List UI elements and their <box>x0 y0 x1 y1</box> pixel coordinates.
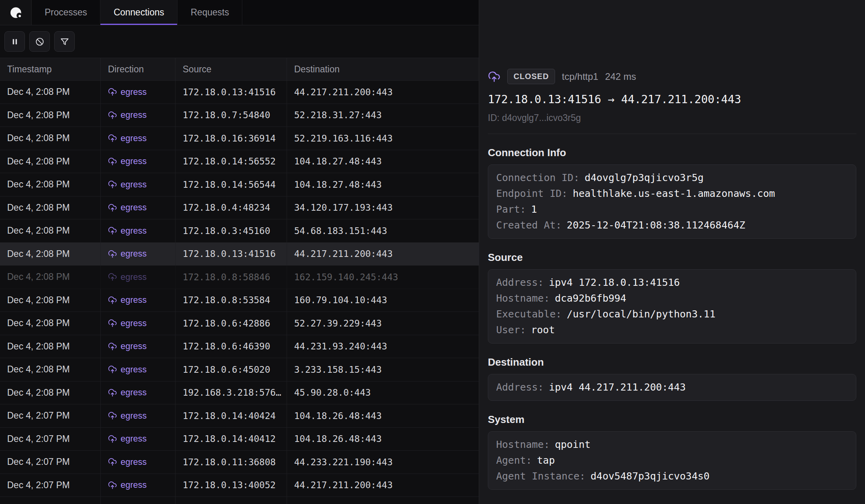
column-header[interactable]: Destination <box>287 58 479 80</box>
table-row[interactable]: Dec 4, 2:07 PM egress 172.18.0.7:51430 5… <box>0 497 479 504</box>
section-box: Address:ipv4 44.217.211.200:443 <box>488 374 856 401</box>
detail-status-row: CLOSED tcp/http1 242 ms <box>488 69 856 84</box>
tab[interactable]: Processes <box>32 0 100 25</box>
table-row[interactable]: Dec 4, 2:07 PM egress 172.18.0.13:40052 … <box>0 474 479 497</box>
table-row[interactable]: Dec 4, 2:08 PM egress 172.18.0.8:53584 1… <box>0 289 479 312</box>
detail-field: Created At:2025-12-04T21:08:38.112468464… <box>496 217 848 233</box>
cell-destination: 52.27.39.229:443 <box>287 312 479 335</box>
app-root: Processes Connections Requests <box>0 0 865 504</box>
table-row[interactable]: Dec 4, 2:08 PM egress 172.18.0.6:45020 3… <box>0 358 479 381</box>
egress-cloud-upload-icon <box>108 111 117 120</box>
direction-label: egress <box>121 133 147 143</box>
cell-direction: egress <box>101 266 176 289</box>
protocol-label: tcp/http1 <box>562 71 598 82</box>
direction-label: egress <box>121 480 147 490</box>
cell-timestamp: Dec 4, 2:08 PM <box>0 127 101 150</box>
cell-destination: 104.18.27.48:443 <box>287 150 479 173</box>
cell-destination: 54.68.183.151:443 <box>287 219 479 242</box>
app-logo[interactable] <box>0 0 32 25</box>
filter-button[interactable] <box>54 31 75 52</box>
cell-timestamp: Dec 4, 2:08 PM <box>0 335 101 358</box>
table-row[interactable]: Dec 4, 2:08 PM egress 192.168.3.218:576…… <box>0 381 479 405</box>
section-box: Address:ipv4 172.18.0.13:41516 Hostname:… <box>488 269 856 344</box>
table-row[interactable]: Dec 4, 2:07 PM egress 172.18.0.11:36808 … <box>0 451 479 474</box>
egress-cloud-upload-icon <box>108 296 117 305</box>
detail-section: Connection Info Connection ID:d4ovglg7p3… <box>488 147 856 239</box>
table-row[interactable]: Dec 4, 2:08 PM egress 172.18.0.6:42886 5… <box>0 312 479 335</box>
egress-cloud-upload-icon <box>108 434 117 444</box>
cell-timestamp: Dec 4, 2:07 PM <box>0 428 101 451</box>
toolbar <box>0 25 479 58</box>
egress-cloud-upload-icon <box>108 272 117 281</box>
cell-direction: egress <box>101 289 176 312</box>
detail-field: Part:1 <box>496 202 848 217</box>
table-row[interactable]: Dec 4, 2:08 PM egress 172.18.0.6:46390 4… <box>0 335 479 359</box>
pause-button[interactable] <box>4 31 25 52</box>
detail-field: Connection ID:d4ovglg7p3qjicvo3r5g <box>496 170 848 186</box>
cell-direction: egress <box>101 428 176 451</box>
table-row[interactable]: Dec 4, 2:08 PM egress 172.18.0.13:41516 … <box>0 243 479 266</box>
table-header: Timestamp Direction Source Destination <box>0 58 479 81</box>
cell-direction: egress <box>101 497 176 504</box>
table-row[interactable]: Dec 4, 2:08 PM egress 172.18.0.14:56544 … <box>0 173 479 196</box>
table-body: Dec 4, 2:08 PM egress 172.18.0.13:41516 … <box>0 81 479 504</box>
cell-destination: 44.231.93.240:443 <box>287 335 479 358</box>
table-row[interactable]: Dec 4, 2:08 PM egress 172.18.0.16:36914 … <box>0 127 479 150</box>
detail-section: System Hostname:qpoint Agent:tap <box>488 413 856 490</box>
detail-field: Address:ipv4 44.217.211.200:443 <box>496 379 848 395</box>
egress-cloud-upload-icon <box>108 134 117 143</box>
cell-direction: egress <box>101 81 176 104</box>
cell-source: 172.18.0.13:41516 <box>176 243 287 266</box>
field-label: Address: <box>496 381 544 393</box>
cell-destination: 44.217.211.200:443 <box>287 474 479 497</box>
table-row[interactable]: Dec 4, 2:08 PM egress 172.18.0.3:45160 5… <box>0 219 479 243</box>
cell-direction: egress <box>101 335 176 358</box>
table-row[interactable]: Dec 4, 2:08 PM egress 172.18.0.7:54840 5… <box>0 104 479 127</box>
table-row[interactable]: Dec 4, 2:08 PM egress 172.18.0.14:56552 … <box>0 150 479 174</box>
cell-source: 172.18.0.7:54840 <box>176 104 287 127</box>
direction-label: egress <box>121 295 147 305</box>
direction-label: egress <box>121 341 147 351</box>
cell-source: 172.18.0.4:48234 <box>176 196 287 219</box>
egress-cloud-upload-icon <box>108 319 117 328</box>
detail-section: Source Address:ipv4 172.18.0.13:41516 Ho… <box>488 251 856 344</box>
cell-timestamp: Dec 4, 2:08 PM <box>0 381 101 404</box>
column-header[interactable]: Timestamp <box>0 58 101 80</box>
column-header[interactable]: Direction <box>101 58 176 80</box>
pause-icon <box>10 37 20 47</box>
cell-timestamp: Dec 4, 2:08 PM <box>0 312 101 335</box>
direction-label: egress <box>121 434 147 444</box>
tab-label: Requests <box>191 7 229 18</box>
tab[interactable]: Connections <box>100 0 178 25</box>
block-button[interactable] <box>29 31 50 52</box>
field-value: root <box>531 324 555 336</box>
detail-field: Address:ipv4 172.18.0.13:41516 <box>496 275 848 291</box>
field-label: User: <box>496 324 526 336</box>
detail-field: Agent Instance:d4ov5487p3qjicvo34s0 <box>496 468 848 484</box>
detail-section: Destination Address:ipv4 44.217.211.200:… <box>488 356 856 401</box>
detail-field: Hostname:dca92b6fb994 <box>496 291 848 306</box>
column-header[interactable]: Source <box>176 58 287 80</box>
cell-destination: 104.18.27.48:443 <box>287 173 479 196</box>
cell-source: 172.18.0.14:56552 <box>176 150 287 173</box>
table-row[interactable]: Dec 4, 2:07 PM egress 172.18.0.14:40424 … <box>0 404 479 428</box>
detail-field: Agent:tap <box>496 453 848 468</box>
cell-timestamp: Dec 4, 2:07 PM <box>0 497 101 504</box>
direction-label: egress <box>121 249 147 259</box>
table-row[interactable]: Dec 4, 2:08 PM egress 172.18.0.8:58846 1… <box>0 266 479 289</box>
cell-destination: 162.159.140.245:443 <box>287 266 479 289</box>
cell-source: 172.18.0.13:40052 <box>176 474 287 497</box>
cell-direction: egress <box>101 358 176 381</box>
cell-destination: 3.233.158.15:443 <box>287 358 479 381</box>
cell-source: 172.18.0.3:45160 <box>176 219 287 242</box>
funnel-icon <box>60 37 70 47</box>
table-row[interactable]: Dec 4, 2:07 PM egress 172.18.0.14:40412 … <box>0 428 479 451</box>
cell-destination: 34.120.177.193:443 <box>287 196 479 219</box>
direction-label: egress <box>121 411 147 421</box>
egress-cloud-upload-icon <box>108 87 117 96</box>
cell-timestamp: Dec 4, 2:08 PM <box>0 173 101 196</box>
table-row[interactable]: Dec 4, 2:08 PM egress 172.18.0.13:41516 … <box>0 81 479 104</box>
cell-source: 172.18.0.6:42886 <box>176 312 287 335</box>
tab[interactable]: Requests <box>178 0 242 25</box>
table-row[interactable]: Dec 4, 2:08 PM egress 172.18.0.4:48234 3… <box>0 196 479 220</box>
